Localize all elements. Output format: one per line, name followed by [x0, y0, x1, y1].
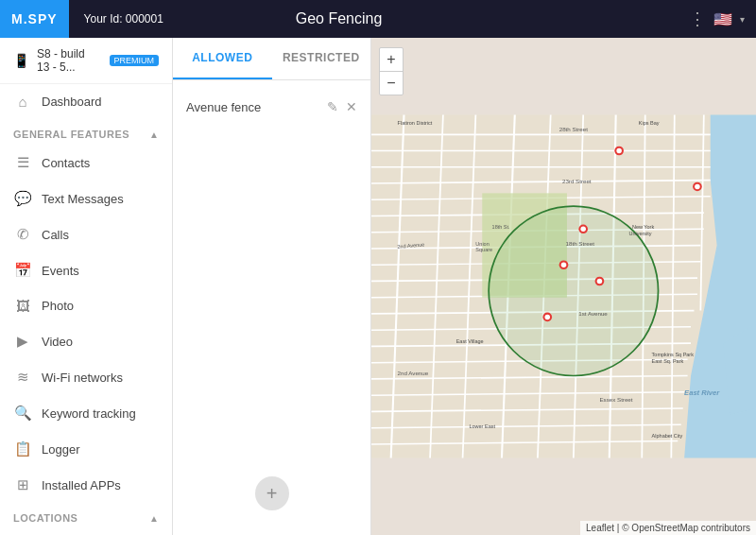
map-zoom-controls: + −: [379, 47, 404, 95]
map-attribution: Leaflet | © OpenStreetMap contributors: [580, 521, 756, 535]
content-area: ALLOWED RESTRICTED Avenue fence ✎ ✕ +: [173, 38, 756, 535]
more-options-icon[interactable]: ⋮: [689, 9, 706, 29]
edit-fence-icon[interactable]: ✎: [327, 99, 338, 114]
contacts-icon: ☰: [13, 154, 32, 171]
svg-text:1st Avenue: 1st Avenue: [578, 310, 608, 317]
main-layout: 📱 S8 - build 13 - 5... PREMIUM ⌂ Dashboa…: [0, 38, 756, 535]
events-icon: 📅: [13, 262, 32, 279]
svg-text:Union: Union: [475, 241, 489, 247]
sidebar-item-label: Video: [42, 335, 73, 349]
fence-tabs: ALLOWED RESTRICTED: [173, 38, 370, 80]
svg-text:Alphabet City: Alphabet City: [652, 433, 683, 439]
svg-text:Square: Square: [475, 247, 492, 252]
logger-icon: 📋: [13, 440, 32, 457]
svg-point-46: [544, 315, 550, 320]
svg-text:Essex Street: Essex Street: [599, 396, 632, 403]
sidebar-item-label: Keyword tracking: [42, 406, 136, 421]
add-fence-button[interactable]: +: [255, 476, 289, 510]
device-item[interactable]: 📱 S8 - build 13 - 5... PREMIUM: [0, 38, 172, 84]
text-messages-icon: 💬: [13, 190, 32, 207]
sidebar-item-label: Installed APPs: [42, 478, 121, 492]
device-name: S8 - build 13 - 5...: [37, 47, 98, 74]
sidebar-item-events[interactable]: 📅 Events: [0, 252, 172, 288]
map-area: + −: [371, 38, 756, 535]
svg-text:Kips Bay: Kips Bay: [639, 120, 660, 126]
svg-text:18th Street: 18th Street: [566, 240, 595, 247]
apps-icon: ⊞: [13, 476, 32, 493]
zoom-in-button[interactable]: +: [380, 48, 403, 71]
zoom-out-button[interactable]: −: [380, 72, 403, 95]
sidebar-item-video[interactable]: ▶ Video: [0, 323, 172, 359]
sidebar-item-logger[interactable]: 📋 Logger: [0, 431, 172, 467]
svg-text:2nd Avenue: 2nd Avenue: [398, 371, 429, 377]
video-icon: ▶: [13, 333, 32, 350]
svg-text:East Village: East Village: [456, 338, 484, 344]
svg-text:New York: New York: [632, 224, 654, 230]
locations-section: LOCATIONS ▲: [0, 503, 172, 528]
sidebar-item-keyword-tracking[interactable]: 🔍 Keyword tracking: [0, 395, 172, 431]
svg-point-38: [695, 184, 700, 190]
fence-name: Avenue fence: [186, 100, 327, 114]
fence-list: Avenue fence ✎ ✕: [173, 80, 370, 279]
collapse-icon[interactable]: ▲: [149, 129, 159, 140]
sidebar-item-dashboard[interactable]: ⌂ Dashboard: [0, 84, 172, 119]
svg-text:East Sq. Park: East Sq. Park: [652, 358, 684, 364]
svg-text:East River: East River: [684, 388, 720, 397]
tab-restricted[interactable]: RESTRICTED: [272, 38, 371, 79]
svg-text:23rd Street: 23rd Street: [562, 178, 592, 184]
logo: M.SPY: [0, 0, 69, 38]
sidebar-item-label: Events: [42, 264, 79, 278]
photo-icon: 🖼: [13, 298, 32, 314]
general-features-section: GENERAL FEATURES ▲: [0, 119, 172, 145]
svg-text:Lower East: Lower East: [469, 423, 495, 429]
wifi-icon: ≋: [13, 369, 32, 386]
svg-point-44: [597, 279, 603, 285]
sidebar-item-contacts[interactable]: ☰ Contacts: [0, 145, 172, 181]
sidebar-item-label: Contacts: [42, 156, 90, 170]
header: M.SPY Your Id: 000001 Geo Fencing ⋮ 🇺🇸 ▾: [0, 0, 756, 38]
language-chevron-icon[interactable]: ▾: [740, 14, 745, 25]
sidebar-item-label: Photo: [42, 299, 74, 313]
svg-text:18th St.: 18th St.: [492, 224, 510, 230]
premium-badge: PREMIUM: [110, 55, 160, 66]
delete-fence-icon[interactable]: ✕: [346, 99, 357, 114]
tab-allowed[interactable]: ALLOWED: [173, 38, 272, 79]
sidebar-item-text-messages[interactable]: 💬 Text Messages: [0, 181, 172, 216]
svg-text:Tompkins Sq Park: Tompkins Sq Park: [652, 352, 695, 357]
sidebar-item-label: Dashboard: [42, 95, 102, 109]
locations-title: LOCATIONS: [13, 512, 77, 524]
map-svg: 28th Street 23rd Street 18th Street 1st …: [371, 38, 756, 535]
locations-collapse-icon[interactable]: ▲: [149, 513, 159, 524]
sidebar-item-calls[interactable]: ✆ Calls: [0, 216, 172, 252]
header-actions: ⋮ 🇺🇸 ▾: [689, 9, 756, 29]
svg-text:Flatiron District: Flatiron District: [398, 120, 433, 126]
phone-icon: 📱: [13, 53, 29, 68]
sidebar-item-installed-apps[interactable]: ⊞ Installed APPs: [0, 467, 172, 503]
sidebar-item-wifi-networks[interactable]: ≋ Wi-Fi networks: [0, 359, 172, 395]
page-title: Geo Fencing: [296, 10, 689, 27]
flag-icon: 🇺🇸: [713, 10, 732, 28]
svg-text:University: University: [628, 231, 651, 236]
svg-point-42: [561, 262, 567, 268]
svg-point-40: [580, 227, 586, 233]
general-features-title: GENERAL FEATURES: [13, 129, 129, 140]
keyword-icon: 🔍: [13, 405, 32, 422]
sidebar-item-label: Calls: [42, 228, 69, 242]
fence-item: Avenue fence ✎ ✕: [173, 90, 370, 124]
sidebar-item-gps-locations[interactable]: ◎ GPS Locations: [0, 528, 172, 535]
logo-text: M.SPY: [11, 11, 58, 26]
fence-actions: ✎ ✕: [327, 99, 357, 114]
fence-panel: ALLOWED RESTRICTED Avenue fence ✎ ✕ +: [173, 38, 371, 535]
sidebar-item-label: Text Messages: [42, 192, 124, 206]
svg-text:28th Street: 28th Street: [559, 126, 589, 132]
leaflet-text: Leaflet | © OpenStreetMap contributors: [586, 523, 750, 533]
dashboard-icon: ⌂: [13, 94, 32, 110]
sidebar-item-label: Wi-Fi networks: [42, 371, 123, 385]
sidebar: 📱 S8 - build 13 - 5... PREMIUM ⌂ Dashboa…: [0, 38, 173, 535]
sidebar-item-label: Logger: [42, 442, 79, 457]
user-id: Your Id: 000001: [69, 12, 296, 26]
calls-icon: ✆: [13, 226, 32, 243]
sidebar-item-photo[interactable]: 🖼 Photo: [0, 288, 172, 323]
svg-point-36: [616, 148, 622, 154]
